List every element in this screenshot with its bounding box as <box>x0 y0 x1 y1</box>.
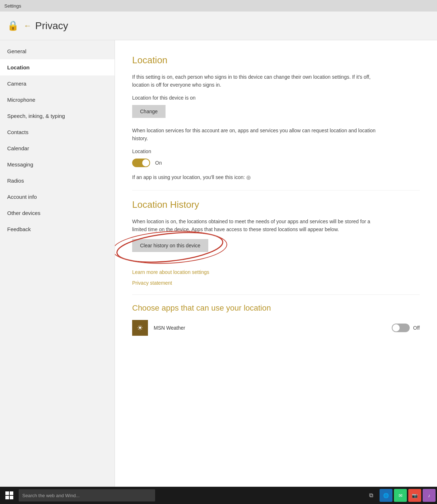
header: 🔒 ← Privacy <box>0 12 437 40</box>
main-layout: General Location Camera Microphone Speec… <box>0 40 437 487</box>
device-location-status: Location for this device is on <box>132 95 420 101</box>
location-description-1: If this setting is on, each person who s… <box>132 73 383 89</box>
app-row-msn-weather: ☀ MSN Weather Off <box>132 320 420 336</box>
sidebar-item-speech[interactable]: Speech, inking, & typing <box>0 108 115 124</box>
msn-weather-name: MSN Weather <box>154 325 386 331</box>
sidebar-item-radios[interactable]: Radios <box>0 173 115 189</box>
location-history-description: When location is on, the locations obtai… <box>132 217 383 234</box>
sidebar-item-microphone[interactable]: Microphone <box>0 92 115 108</box>
sidebar-item-contacts[interactable]: Contacts <box>0 124 115 140</box>
clear-history-wrapper: Clear history on this device <box>132 239 208 261</box>
taskbar-app-4[interactable]: ♪ <box>423 489 436 502</box>
taskbar-app-4-icon: ♪ <box>428 493 431 498</box>
start-icon <box>5 491 13 499</box>
msn-weather-toggle-knob <box>392 324 400 331</box>
location-toggle-row: On <box>132 159 420 167</box>
sidebar: General Location Camera Microphone Speec… <box>0 40 115 487</box>
taskbar-app-2-icon: ✉ <box>399 493 403 498</box>
clear-history-button[interactable]: Clear history on this device <box>132 239 208 252</box>
start-button[interactable] <box>1 487 17 503</box>
content-area: Location If this setting is on, each per… <box>115 40 437 487</box>
learn-more-link[interactable]: Learn more about location settings <box>132 269 420 275</box>
taskbar-task-view[interactable]: ⧉ <box>364 487 378 503</box>
taskbar: Search the web and Wind... ⧉ 🌐 ✉ 📷 ♪ <box>0 487 437 504</box>
taskbar-app-3-icon: 📷 <box>412 493 418 498</box>
taskbar-app-2[interactable]: ✉ <box>394 489 407 502</box>
title-bar: Settings <box>0 0 437 12</box>
sidebar-item-feedback[interactable]: Feedback <box>0 221 115 237</box>
sidebar-item-account-info[interactable]: Account info <box>0 189 115 205</box>
location-section-title: Location <box>132 55 420 66</box>
taskbar-app-1-icon: 🌐 <box>383 493 389 498</box>
location-history-title: Location History <box>132 199 420 210</box>
page-title: Privacy <box>35 20 68 32</box>
taskbar-icons: ⧉ 🌐 ✉ 📷 ♪ <box>364 487 436 503</box>
sidebar-item-calendar[interactable]: Calendar <box>0 140 115 156</box>
sidebar-item-messaging[interactable]: Messaging <box>0 156 115 173</box>
msn-weather-toggle-row: Off <box>392 324 420 332</box>
back-button[interactable]: ← <box>24 21 32 31</box>
msn-weather-toggle-state: Off <box>413 325 420 331</box>
title-bar-text: Settings <box>4 3 21 9</box>
section-divider-2 <box>132 294 420 295</box>
location-toggle-label: Location <box>132 148 420 154</box>
location-description-2: When location services for this account … <box>132 127 383 143</box>
section-divider <box>132 190 420 191</box>
choose-apps-title: Choose apps that can use your location <box>132 303 420 313</box>
msn-weather-toggle[interactable] <box>392 324 410 332</box>
location-toggle-state: On <box>155 160 162 166</box>
taskbar-app-1[interactable]: 🌐 <box>380 489 392 502</box>
taskbar-search[interactable]: Search the web and Wind... <box>19 489 155 501</box>
taskbar-app-3[interactable]: 📷 <box>408 489 421 502</box>
lock-icon: 🔒 <box>7 20 19 31</box>
toggle-knob <box>142 159 149 166</box>
privacy-statement-link[interactable]: Privacy statement <box>132 280 420 286</box>
msn-weather-icon: ☀ <box>132 320 148 336</box>
sidebar-item-other-devices[interactable]: Other devices <box>0 205 115 221</box>
sidebar-item-camera[interactable]: Camera <box>0 75 115 92</box>
sidebar-item-location[interactable]: Location <box>0 59 115 75</box>
location-icon-line: If an app is using your location, you'll… <box>132 174 420 180</box>
location-toggle[interactable] <box>132 159 150 167</box>
change-button[interactable]: Change <box>132 105 166 118</box>
sidebar-item-general[interactable]: General <box>0 43 115 59</box>
taskbar-search-placeholder: Search the web and Wind... <box>22 493 80 498</box>
